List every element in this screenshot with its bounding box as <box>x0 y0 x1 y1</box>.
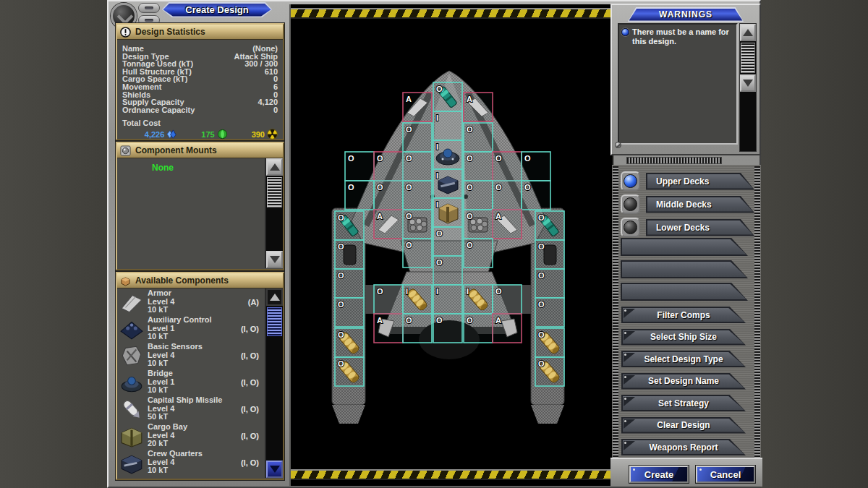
mounts-scroll-thumb[interactable] <box>267 177 282 207</box>
component-item-auxiliary-control[interactable]: Auxiliary Control Level 1 10 kT (I, O) <box>117 315 265 342</box>
ship-cell[interactable]: I <box>403 285 432 314</box>
deck-radio-upper-decks[interactable] <box>621 171 640 191</box>
ship-cell[interactable]: O <box>464 181 493 210</box>
component-item-armor[interactable]: Armor Level 4 10 kT (A) <box>117 288 265 315</box>
ship-cell[interactable]: O <box>535 269 564 298</box>
fold-corner-icon <box>624 375 635 385</box>
ship-cell[interactable]: O <box>433 314 462 343</box>
component-item-crew-quarters[interactable]: Crew Quarters Level 4 10 kT (I, O) <box>117 449 265 476</box>
ship-cell[interactable]: O <box>335 298 364 327</box>
svg-text:O: O <box>467 154 473 163</box>
ship-cell[interactable]: I <box>464 285 493 314</box>
oval-button-top[interactable] <box>138 3 160 13</box>
ship-cell[interactable]: O <box>493 152 522 181</box>
ship-cell[interactable]: O <box>464 152 493 181</box>
components-scroll-down-icon[interactable] <box>266 461 283 478</box>
ship-cell[interactable]: I <box>433 285 462 314</box>
ship-cell[interactable]: A <box>403 93 432 121</box>
svg-text:O: O <box>436 316 443 325</box>
ship-cell[interactable]: O <box>403 152 432 181</box>
ship-cell[interactable]: O <box>374 285 403 314</box>
ship-cell[interactable]: O <box>345 181 374 210</box>
svg-text:O: O <box>406 183 412 192</box>
deck-radio-lower-decks[interactable] <box>621 218 640 237</box>
ship-cell[interactable]: O <box>403 314 432 343</box>
ship-cell[interactable]: I <box>433 111 462 140</box>
ship-cell[interactable]: O <box>464 210 493 239</box>
ship-cell[interactable]: O <box>433 227 462 256</box>
ship-cell[interactable]: A <box>493 314 522 343</box>
warnings-scroll-up-icon[interactable] <box>740 24 756 41</box>
ship-cell[interactable]: O <box>335 240 364 269</box>
deck-button-upper-decks[interactable]: Upper Decks <box>646 173 754 190</box>
ship-cell[interactable]: O <box>464 123 493 152</box>
component-size: 10 kT <box>148 386 241 395</box>
ship-cell[interactable]: O <box>493 181 522 210</box>
ship-cell[interactable]: O <box>522 181 550 210</box>
warnings-scroll-down-icon[interactable] <box>740 74 756 92</box>
ship-cell[interactable]: O <box>493 285 522 314</box>
fold-corner-icon <box>624 331 635 341</box>
cancel-button[interactable]: Cancel <box>696 466 755 483</box>
warnings-panel: WARNINGS There must be a name for this d… <box>610 4 761 155</box>
ship-cell[interactable]: O <box>433 256 462 285</box>
ship-cell[interactable]: O <box>335 357 364 386</box>
weapons-report-button[interactable]: Weapons Report <box>621 439 746 455</box>
ship-cell[interactable]: O <box>335 211 364 240</box>
ship-cell[interactable]: O <box>345 152 374 181</box>
deck-button-lower-decks[interactable]: Lower Decks <box>646 219 754 236</box>
ship-cell[interactable]: O <box>535 328 564 357</box>
components-scroll-up-icon[interactable] <box>266 288 283 306</box>
ship-cell[interactable]: O <box>433 82 462 111</box>
ship-cell[interactable]: O <box>374 181 403 210</box>
ship-cell[interactable]: O <box>403 210 432 239</box>
ship-cell[interactable]: O <box>403 239 432 267</box>
components-scrollbar[interactable] <box>265 288 283 478</box>
ship-cell[interactable]: O <box>403 181 432 210</box>
ship-cell[interactable]: O <box>535 357 564 386</box>
component-item-capital-ship-missile[interactable]: Capital Ship Missile Level 4 50 kT (I, O… <box>117 395 265 422</box>
ship-cell[interactable]: A <box>374 314 403 343</box>
ship-cell[interactable]: O <box>403 123 432 152</box>
ship-cell[interactable]: O <box>374 152 403 181</box>
mounts-scrollbar[interactable] <box>265 158 283 268</box>
svg-text:O: O <box>524 154 531 163</box>
select-ship-size-button[interactable]: Select Ship Size <box>621 329 746 346</box>
deck-button-middle-decks[interactable]: Middle Decks <box>646 196 754 213</box>
ship-cell[interactable]: O <box>535 211 564 240</box>
warnings-title: WARNINGS <box>659 9 712 20</box>
ship-cell[interactable]: O <box>464 239 493 267</box>
deck-radio-middle-decks[interactable] <box>621 194 640 214</box>
ship-cell[interactable]: O <box>535 240 564 269</box>
component-mounts-title: Component Mounts <box>135 145 217 155</box>
component-item-basic-sensors[interactable]: Basic Sensors Level 4 10 kT (I, O) <box>117 342 265 369</box>
ship-cell[interactable]: O <box>335 269 364 298</box>
component-item-cargo-bay[interactable]: Cargo Bay Level 4 20 kT (I, O) <box>117 422 265 449</box>
component-item-bridge[interactable]: Bridge Level 1 10 kT (I, O) <box>117 369 265 395</box>
warnings-scrollbar[interactable] <box>739 23 757 152</box>
ship-schematic: O I I I I O O I O A A <box>291 20 616 469</box>
mounts-scroll-down-icon[interactable] <box>266 251 283 268</box>
svg-text:O: O <box>338 213 344 222</box>
ship-cell[interactable]: I <box>433 169 462 198</box>
filter-comps-button[interactable]: Filter Comps <box>621 307 746 323</box>
svg-text:O: O <box>467 183 473 192</box>
create-button[interactable]: Create <box>629 466 689 483</box>
ship-cell[interactable]: O <box>464 314 493 343</box>
select-design-type-button[interactable]: Select Design Type <box>621 351 746 367</box>
ship-cell[interactable]: I <box>433 140 462 169</box>
component-list: Armor Level 4 10 kT (A) Auxiliary Contro… <box>117 288 265 476</box>
ship-cell[interactable]: A <box>464 93 493 121</box>
mounts-scroll-up-icon[interactable] <box>266 158 283 176</box>
ship-cell[interactable]: O <box>535 298 564 327</box>
components-scroll-thumb[interactable] <box>267 307 282 336</box>
ship-cell[interactable]: A <box>374 210 403 239</box>
ship-cell[interactable]: O <box>335 328 364 357</box>
set-strategy-button[interactable]: Set Strategy <box>621 395 746 411</box>
set-design-name-button[interactable]: Set Design Name <box>621 373 746 390</box>
ship-cell[interactable]: O <box>522 152 550 181</box>
clear-design-button[interactable]: Clear Design <box>621 417 746 434</box>
ship-cell[interactable]: I <box>433 198 462 227</box>
warnings-scroll-thumb[interactable] <box>741 43 755 73</box>
ship-cell[interactable]: A <box>493 210 522 239</box>
